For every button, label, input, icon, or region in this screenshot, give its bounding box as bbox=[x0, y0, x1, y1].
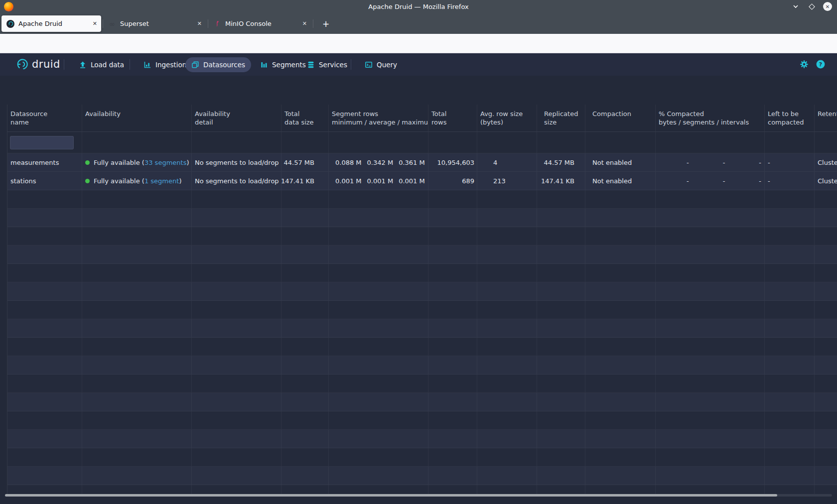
table-cell-empty bbox=[815, 375, 837, 392]
table-cell-empty bbox=[656, 190, 765, 208]
column-header-avg-row-size[interactable]: Avg. row size(bytes) bbox=[477, 105, 537, 131]
table-cell-empty bbox=[192, 430, 281, 448]
column-header-datasource-name[interactable]: Datasourcename bbox=[7, 105, 82, 131]
table-cell-empty bbox=[7, 319, 82, 337]
help-button[interactable]: ? bbox=[816, 60, 825, 71]
table-cell-empty bbox=[537, 411, 585, 429]
datasource-filter-input[interactable] bbox=[10, 136, 74, 149]
table-cell-empty bbox=[815, 282, 837, 300]
upload-icon bbox=[79, 61, 87, 69]
table-cell-empty bbox=[477, 467, 537, 485]
nav-item-services[interactable]: Services bbox=[301, 57, 353, 72]
column-header-line2: size bbox=[544, 118, 583, 126]
tab-close-icon[interactable]: ✕ bbox=[302, 20, 307, 27]
tab-superset[interactable]: ∞ Superset ✕ bbox=[103, 15, 206, 32]
table-cell-empty bbox=[428, 227, 477, 245]
table-cell-empty bbox=[428, 467, 477, 485]
brand-name: druid bbox=[32, 58, 60, 70]
table-row-empty bbox=[7, 227, 837, 246]
table-cell-empty bbox=[329, 375, 428, 392]
table-cell-empty bbox=[7, 282, 82, 300]
nav-item-query[interactable]: Query bbox=[359, 57, 403, 72]
table-cell-empty bbox=[477, 319, 537, 337]
table-cell-empty bbox=[82, 375, 192, 392]
filter-cell-availability bbox=[82, 132, 192, 153]
table-cell-empty bbox=[192, 393, 281, 411]
nav-item-ingestion[interactable]: Ingestion bbox=[138, 57, 192, 72]
segments-link[interactable]: 33 segments bbox=[144, 159, 186, 166]
table-row-empty bbox=[7, 411, 837, 430]
table-row-empty bbox=[7, 246, 837, 264]
filter-cell-retention bbox=[815, 132, 837, 153]
filter-cell-availability-detail bbox=[192, 132, 281, 153]
close-icon: ✕ bbox=[826, 4, 830, 9]
tab-close-icon[interactable]: ✕ bbox=[197, 20, 202, 27]
cell-replicated-size: 44.57 MB bbox=[537, 153, 585, 171]
pct-compacted-value: - bbox=[728, 177, 764, 185]
table-cell-empty bbox=[656, 338, 765, 356]
new-tab-button[interactable]: + bbox=[319, 17, 332, 30]
table-row-measurements[interactable]: measurementsFully available (33 segments… bbox=[7, 153, 837, 172]
column-header-left-to-be-compacted[interactable]: Left to becompacted bbox=[765, 105, 815, 131]
nav-item-datasources[interactable]: Datasources bbox=[185, 57, 251, 72]
table-cell-empty bbox=[329, 301, 428, 319]
tab-minio-console[interactable]: MinIO Console ✕ bbox=[208, 15, 311, 32]
filter-cell-total-rows bbox=[428, 132, 477, 153]
column-header-total-rows[interactable]: Totalrows bbox=[428, 105, 477, 131]
nav-item-load-data[interactable]: Load data bbox=[73, 57, 130, 72]
column-header-availability-detail[interactable]: Availabilitydetail bbox=[192, 105, 281, 131]
table-cell-empty bbox=[7, 448, 82, 466]
cell-retention: Cluster default bbox=[815, 172, 837, 190]
window-maximize-button[interactable] bbox=[807, 2, 816, 11]
scrollbar-thumb[interactable] bbox=[5, 494, 777, 497]
table-cell-empty bbox=[765, 393, 815, 411]
table-row-empty bbox=[7, 356, 837, 375]
help-icon: ? bbox=[816, 60, 825, 69]
table-cell-empty bbox=[82, 209, 192, 227]
pct-compacted-value: - bbox=[692, 177, 728, 185]
table-cell-empty bbox=[82, 338, 192, 356]
horizontal-scrollbar[interactable] bbox=[5, 494, 832, 497]
nav-item-label: Datasources bbox=[203, 61, 245, 69]
column-header-compaction[interactable]: Compaction bbox=[585, 105, 656, 131]
nav-item-label: Load data bbox=[91, 61, 124, 69]
column-header-segment-rows[interactable]: Segment rowsminimum / average / maximum bbox=[329, 105, 428, 131]
table-cell-empty bbox=[765, 246, 815, 263]
window-close-button[interactable]: ✕ bbox=[823, 2, 832, 11]
table-cell-empty bbox=[765, 227, 815, 245]
cell-datasource-name: measurements bbox=[7, 153, 82, 171]
column-header-line1: Compaction bbox=[592, 110, 653, 118]
tab-separator bbox=[208, 19, 208, 28]
table-row-empty bbox=[7, 467, 837, 485]
tab-close-icon[interactable]: ✕ bbox=[93, 20, 97, 27]
segments-link[interactable]: 1 segment bbox=[144, 177, 179, 185]
window-minimize-button[interactable] bbox=[791, 2, 800, 11]
tab-apache-druid[interactable]: Apache Druid ✕ bbox=[1, 15, 101, 32]
cell-compaction: Not enabled bbox=[585, 153, 656, 171]
table-cell-empty bbox=[537, 282, 585, 300]
column-header-pct-compacted[interactable]: % Compactedbytes / segments / intervals bbox=[656, 105, 765, 131]
console-icon bbox=[365, 61, 373, 69]
table-cell-empty bbox=[329, 411, 428, 429]
cell-pct-compacted: --- bbox=[656, 172, 765, 190]
table-cell-empty bbox=[477, 264, 537, 282]
table-cell-empty bbox=[82, 448, 192, 466]
settings-button[interactable] bbox=[800, 60, 809, 71]
druid-logo[interactable]: druid bbox=[16, 58, 60, 71]
table-cell-empty bbox=[477, 375, 537, 392]
cell-left-to-be-compacted: - bbox=[765, 153, 815, 171]
bars-icon bbox=[260, 61, 268, 69]
table-cell-empty bbox=[329, 227, 428, 245]
table-cell-empty bbox=[477, 190, 537, 208]
table-cell-empty bbox=[281, 264, 329, 282]
table-row-stations[interactable]: stationsFully available (1 segment)No se… bbox=[7, 172, 837, 190]
availability-dot-icon bbox=[85, 160, 90, 165]
column-header-total-data-size[interactable]: Totaldata size bbox=[281, 105, 329, 131]
column-header-retention[interactable]: Retention bbox=[815, 105, 837, 131]
column-header-replicated-size[interactable]: Replicatedsize bbox=[537, 105, 585, 131]
column-header-line2: data size bbox=[284, 118, 326, 126]
datasources-table: DatasourcenameAvailabilityAvailabilityde… bbox=[0, 105, 837, 494]
table-cell-empty bbox=[537, 338, 585, 356]
tab-separator bbox=[313, 19, 313, 28]
column-header-availability[interactable]: Availability bbox=[82, 105, 192, 131]
